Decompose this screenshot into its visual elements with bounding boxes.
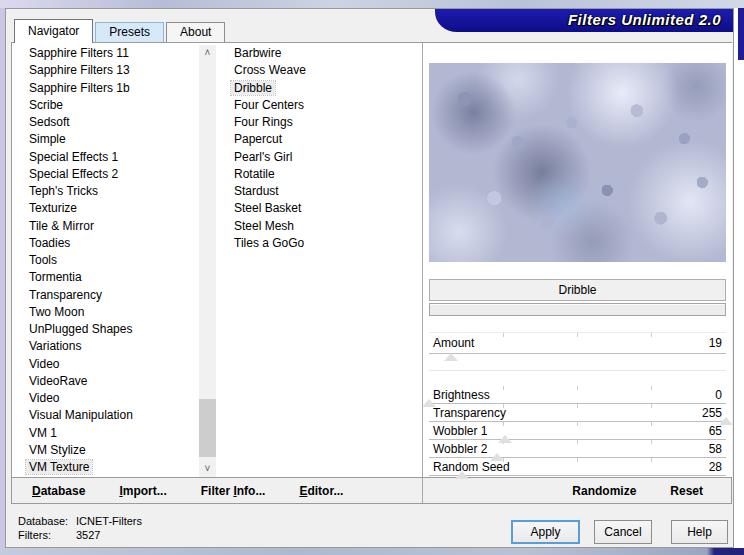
filters-value: 3527 bbox=[76, 528, 142, 542]
toolbar-button[interactable]: Import... bbox=[119, 484, 166, 498]
status-area: Database: ICNET-Filters Filters: 3527 bbox=[18, 514, 142, 542]
list-item[interactable]: Texturize bbox=[12, 200, 199, 217]
list-item[interactable]: VM Texture bbox=[12, 459, 199, 476]
toolbar-right-group: RandomizeReset bbox=[422, 478, 731, 503]
slider-value: 28 bbox=[709, 460, 722, 474]
list-item[interactable]: Dribble bbox=[216, 80, 421, 97]
slider-label: Transparency bbox=[433, 406, 506, 420]
parameter-sliders: Brightness 0 Transparency 255 Wobbler 1 … bbox=[429, 386, 726, 476]
screenshot-stage: Filters Unlimited 2.0 Navigator Presets … bbox=[0, 0, 744, 555]
list-item[interactable]: Transparency bbox=[12, 287, 199, 304]
toolbar-button[interactable]: Reset bbox=[670, 484, 703, 498]
list-item[interactable]: Sedsoft bbox=[12, 114, 199, 131]
slider-row[interactable]: Wobbler 2 58 bbox=[429, 440, 726, 458]
filter-preview-image bbox=[429, 63, 726, 262]
list-item[interactable]: Steel Mesh bbox=[216, 218, 421, 235]
list-item[interactable]: Stardust bbox=[216, 183, 421, 200]
tab-presets[interactable]: Presets bbox=[95, 22, 164, 42]
list-item[interactable]: Special Effects 2 bbox=[12, 166, 199, 183]
filters-label: Filters: bbox=[18, 528, 76, 542]
database-value: ICNET-Filters bbox=[76, 514, 142, 528]
category-list-scrollbar[interactable]: ˄ ˅ bbox=[199, 45, 216, 477]
list-item[interactable]: Scribe bbox=[12, 97, 199, 114]
list-item[interactable]: VM Stylize bbox=[12, 442, 199, 459]
slider-thumb[interactable] bbox=[719, 417, 733, 425]
slider-label: Amount bbox=[433, 336, 474, 350]
slider-label: Wobbler 1 bbox=[433, 424, 487, 438]
tab-bar: Navigator Presets About bbox=[14, 19, 225, 43]
slider-value: 19 bbox=[709, 336, 722, 350]
list-item[interactable]: Simple bbox=[12, 131, 199, 148]
list-item[interactable]: Four Centers bbox=[216, 97, 421, 114]
toolbar-left-group: DatabaseImport...Filter Info...Editor... bbox=[12, 484, 422, 498]
slider-row[interactable]: Brightness 0 bbox=[429, 386, 726, 404]
desktop-edge-bottom bbox=[0, 548, 744, 555]
list-item[interactable]: Tormentia bbox=[12, 269, 199, 286]
list-item[interactable]: UnPlugged Shapes bbox=[12, 321, 199, 338]
filters-unlimited-dialog: Filters Unlimited 2.0 Navigator Presets … bbox=[5, 8, 734, 548]
list-item[interactable]: Cross Weave bbox=[216, 62, 421, 79]
list-item[interactable]: VM 1 bbox=[12, 425, 199, 442]
slider-thumb[interactable] bbox=[455, 471, 469, 479]
toolbar-button[interactable]: Filter Info... bbox=[201, 484, 266, 498]
slider-row[interactable]: Wobbler 1 65 bbox=[429, 422, 726, 440]
list-item[interactable]: Rotatile bbox=[216, 166, 421, 183]
list-item[interactable]: Four Rings bbox=[216, 114, 421, 131]
toolbar-button[interactable]: Randomize bbox=[572, 484, 636, 498]
slider-row-amount[interactable]: Amount 19 bbox=[429, 332, 726, 354]
slider-label: Brightness bbox=[433, 388, 490, 402]
slider-label: Random Seed bbox=[433, 460, 510, 474]
separator-line bbox=[429, 370, 726, 371]
database-label: Database: bbox=[18, 514, 76, 528]
slider-value: 58 bbox=[709, 442, 722, 456]
list-item[interactable]: Tiles a GoGo bbox=[216, 235, 421, 252]
slider-thumb[interactable] bbox=[490, 453, 504, 461]
list-item[interactable]: Video bbox=[12, 390, 199, 407]
toolbar-button[interactable]: Editor... bbox=[299, 484, 343, 498]
list-item[interactable]: Teph's Tricks bbox=[12, 183, 199, 200]
progress-bar bbox=[429, 303, 726, 316]
title-banner: Filters Unlimited 2.0 bbox=[435, 9, 733, 32]
list-item[interactable]: Pearl's Girl bbox=[216, 149, 421, 166]
preview-panel: Dribble Amount 19 Brightness 0 Transpare… bbox=[423, 43, 732, 477]
tab-about[interactable]: About bbox=[166, 22, 225, 42]
apply-button[interactable]: Apply bbox=[511, 520, 580, 544]
slider-row[interactable]: Transparency 255 bbox=[429, 404, 726, 422]
slider-row[interactable]: Random Seed 28 bbox=[429, 458, 726, 476]
list-item[interactable]: Steel Basket bbox=[216, 200, 421, 217]
desktop-edge-right bbox=[738, 8, 744, 60]
list-item[interactable]: Sapphire Filters 11 bbox=[12, 45, 199, 62]
slider-thumb[interactable] bbox=[444, 353, 458, 361]
list-item[interactable]: Tile & Mirror bbox=[12, 218, 199, 235]
slider-thumb[interactable] bbox=[498, 435, 512, 443]
slider-thumb[interactable] bbox=[422, 399, 436, 407]
list-item[interactable]: Toadies bbox=[12, 235, 199, 252]
list-item[interactable]: Two Moon bbox=[12, 304, 199, 321]
list-item[interactable]: Special Effects 1 bbox=[12, 149, 199, 166]
list-item[interactable]: Sapphire Filters 13 bbox=[12, 62, 199, 79]
tab-navigator[interactable]: Navigator bbox=[14, 19, 93, 43]
list-item[interactable]: Papercut bbox=[216, 131, 421, 148]
list-item[interactable]: Tools bbox=[12, 252, 199, 269]
slider-value: 0 bbox=[715, 388, 722, 402]
slider-label: Wobbler 2 bbox=[433, 442, 487, 456]
toolbar-button[interactable]: Database bbox=[32, 484, 85, 498]
scroll-up-icon[interactable]: ˄ bbox=[199, 45, 216, 61]
category-list: Sapphire Filters 11Sapphire Filters 13Sa… bbox=[12, 45, 199, 477]
list-item[interactable]: VideoRave bbox=[12, 373, 199, 390]
filter-list: BarbwireCross WeaveDribbleFour CentersFo… bbox=[216, 45, 421, 477]
content-box: Sapphire Filters 11Sapphire Filters 13Sa… bbox=[11, 42, 732, 504]
filter-name-header: Dribble bbox=[429, 279, 726, 301]
scroll-down-icon[interactable]: ˅ bbox=[199, 461, 216, 477]
scrollbar-thumb[interactable] bbox=[199, 399, 216, 457]
help-button[interactable]: Help bbox=[671, 520, 728, 544]
list-item[interactable]: Sapphire Filters 1b bbox=[12, 80, 199, 97]
bottom-toolbar: DatabaseImport...Filter Info...Editor...… bbox=[12, 477, 731, 503]
list-item[interactable]: Variations bbox=[12, 338, 199, 355]
list-item[interactable]: Barbwire bbox=[216, 45, 421, 62]
desktop-edge-top bbox=[0, 0, 744, 8]
list-item[interactable]: Video bbox=[12, 356, 199, 373]
slider-value: 65 bbox=[709, 424, 722, 438]
list-item[interactable]: Visual Manipulation bbox=[12, 407, 199, 424]
cancel-button[interactable]: Cancel bbox=[594, 520, 652, 544]
